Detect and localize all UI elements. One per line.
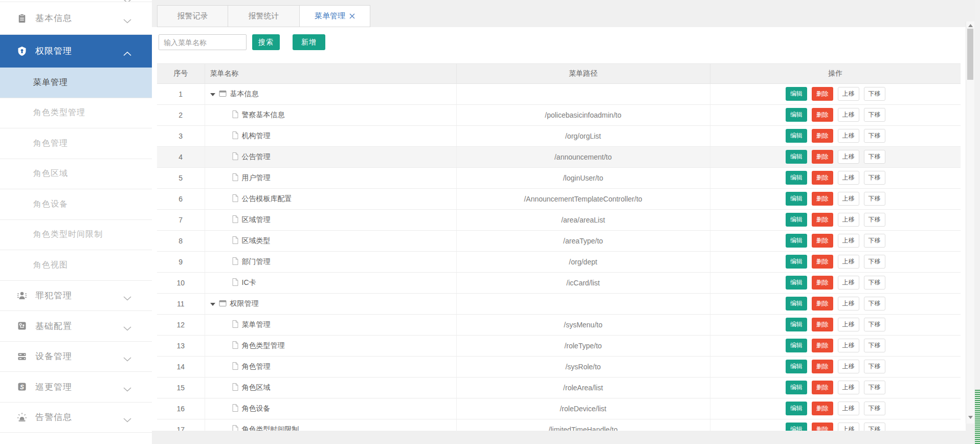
delete-button[interactable]: 删除 xyxy=(812,381,833,394)
sidebar-item-role-type-time-limit[interactable]: 角色类型时间限制 xyxy=(0,220,152,251)
edit-button[interactable]: 编辑 xyxy=(786,381,807,394)
move-up-button[interactable]: 上移 xyxy=(838,129,859,143)
delete-button[interactable]: 删除 xyxy=(812,297,833,310)
sidebar-item-device-mgmt[interactable]: 设备管理 xyxy=(0,342,152,372)
page-scrollbar-thumb[interactable] xyxy=(975,390,980,444)
sidebar-item-role-view[interactable]: 角色视图 xyxy=(0,250,152,281)
menu-path: /areaType/to xyxy=(456,230,710,251)
edit-button[interactable]: 编辑 xyxy=(786,297,807,310)
sidebar-item-role-type-mgmt[interactable]: 角色类型管理 xyxy=(0,98,152,129)
page-scrollbar[interactable] xyxy=(975,0,980,444)
sidebar-item-role-area[interactable]: 角色区域 xyxy=(0,159,152,190)
close-icon[interactable] xyxy=(349,12,355,20)
move-down-button[interactable]: 下移 xyxy=(864,255,885,269)
move-up-button[interactable]: 上移 xyxy=(838,318,859,331)
move-down-button[interactable]: 下移 xyxy=(864,87,885,101)
scroll-down-arrow-icon[interactable] xyxy=(966,414,975,420)
move-down-button[interactable]: 下移 xyxy=(864,381,885,394)
move-up-button[interactable]: 上移 xyxy=(838,150,859,164)
delete-button[interactable]: 删除 xyxy=(812,402,833,415)
menu-path: /org/orgList xyxy=(456,125,710,146)
move-up-button[interactable]: 上移 xyxy=(838,108,859,122)
edit-button[interactable]: 编辑 xyxy=(786,360,807,373)
move-down-button[interactable]: 下移 xyxy=(864,339,885,352)
sidebar-item-role-mgmt[interactable]: 角色管理 xyxy=(0,128,152,159)
tab-alarm-records[interactable]: 报警记录 xyxy=(158,6,228,27)
content-scrollbar-thumb[interactable] xyxy=(967,29,973,80)
delete-button[interactable]: 删除 xyxy=(812,339,833,352)
move-up-button[interactable]: 上移 xyxy=(838,297,859,310)
delete-button[interactable]: 删除 xyxy=(812,276,833,290)
delete-button[interactable]: 删除 xyxy=(812,234,833,248)
edit-button[interactable]: 编辑 xyxy=(786,339,807,352)
move-down-button[interactable]: 下移 xyxy=(864,276,885,290)
move-up-button[interactable]: 上移 xyxy=(838,171,859,185)
edit-button[interactable]: 编辑 xyxy=(786,171,807,185)
sidebar-item-base-config[interactable]: 基础配置 xyxy=(0,311,152,342)
move-up-button[interactable]: 上移 xyxy=(838,360,859,373)
delete-button[interactable]: 删除 xyxy=(812,129,833,143)
move-up-button[interactable]: 上移 xyxy=(838,192,859,206)
move-up-button[interactable]: 上移 xyxy=(838,339,859,352)
delete-button[interactable]: 删除 xyxy=(812,192,833,206)
edit-button[interactable]: 编辑 xyxy=(786,423,807,431)
sidebar-item-criminal-mgmt[interactable]: 罪犯管理 xyxy=(0,281,152,312)
caret-down-icon[interactable] xyxy=(210,90,215,98)
scroll-up-arrow-icon[interactable] xyxy=(966,23,975,29)
move-down-button[interactable]: 下移 xyxy=(864,360,885,373)
sidebar-item-alert-info[interactable]: 告警信息 xyxy=(0,403,152,433)
add-button[interactable]: 新增 xyxy=(293,34,325,50)
move-down-button[interactable]: 下移 xyxy=(864,234,885,248)
edit-button[interactable]: 编辑 xyxy=(786,402,807,415)
move-up-button[interactable]: 上移 xyxy=(838,213,859,227)
tab-menu-mgmt[interactable]: 菜单管理 xyxy=(300,6,370,27)
move-down-button[interactable]: 下移 xyxy=(864,171,885,185)
delete-button[interactable]: 删除 xyxy=(812,171,833,185)
delete-button[interactable]: 删除 xyxy=(812,213,833,227)
move-down-button[interactable]: 下移 xyxy=(864,318,885,331)
delete-button[interactable]: 删除 xyxy=(812,360,833,373)
edit-button[interactable]: 编辑 xyxy=(786,150,807,164)
edit-button[interactable]: 编辑 xyxy=(786,108,807,122)
edit-button[interactable]: 编辑 xyxy=(786,213,807,227)
move-down-button[interactable]: 下移 xyxy=(864,423,885,431)
edit-button[interactable]: 编辑 xyxy=(786,318,807,331)
search-input[interactable] xyxy=(159,34,247,50)
move-up-button[interactable]: 上移 xyxy=(838,255,859,269)
edit-button[interactable]: 编辑 xyxy=(786,87,807,101)
sidebar-item-basic-info[interactable]: 基本信息 xyxy=(0,2,152,35)
sidebar-item-permission-mgmt[interactable]: 权限管理 xyxy=(0,35,152,68)
sidebar-item-role-device[interactable]: 角色设备 xyxy=(0,189,152,220)
move-up-button[interactable]: 上移 xyxy=(838,381,859,394)
move-up-button[interactable]: 上移 xyxy=(838,276,859,290)
delete-button[interactable]: 删除 xyxy=(812,87,833,101)
caret-down-icon[interactable] xyxy=(210,300,215,308)
search-button[interactable]: 搜索 xyxy=(252,34,280,50)
move-up-button[interactable]: 上移 xyxy=(838,234,859,248)
move-down-button[interactable]: 下移 xyxy=(864,129,885,143)
edit-button[interactable]: 编辑 xyxy=(786,276,807,290)
move-down-button[interactable]: 下移 xyxy=(864,297,885,310)
move-down-button[interactable]: 下移 xyxy=(864,192,885,206)
content-scrollbar[interactable] xyxy=(966,21,974,424)
delete-button[interactable]: 删除 xyxy=(812,150,833,164)
delete-button[interactable]: 删除 xyxy=(812,318,833,331)
sidebar-item-menu-mgmt[interactable]: 菜单管理 xyxy=(0,68,152,98)
delete-button[interactable]: 删除 xyxy=(812,108,833,122)
edit-button[interactable]: 编辑 xyxy=(786,192,807,206)
move-down-button[interactable]: 下移 xyxy=(864,108,885,122)
move-down-button[interactable]: 下移 xyxy=(864,402,885,415)
edit-button[interactable]: 编辑 xyxy=(786,129,807,143)
move-up-button[interactable]: 上移 xyxy=(838,423,859,431)
edit-button[interactable]: 编辑 xyxy=(786,255,807,269)
move-up-button[interactable]: 上移 xyxy=(838,402,859,415)
move-down-button[interactable]: 下移 xyxy=(864,150,885,164)
move-down-button[interactable]: 下移 xyxy=(864,213,885,227)
menu-name: 部门管理 xyxy=(242,257,271,267)
tab-alarm-statistics[interactable]: 报警统计 xyxy=(228,6,300,27)
edit-button[interactable]: 编辑 xyxy=(786,234,807,248)
sidebar-item-patrol-mgmt[interactable]: S 巡更管理 xyxy=(0,372,152,403)
delete-button[interactable]: 删除 xyxy=(812,255,833,269)
move-up-button[interactable]: 上移 xyxy=(838,87,859,101)
delete-button[interactable]: 删除 xyxy=(812,423,833,431)
